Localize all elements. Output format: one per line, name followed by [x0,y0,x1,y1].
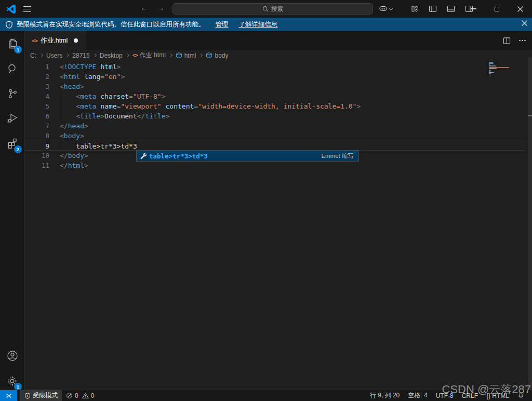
sidebar-item-source-control[interactable] [0,81,24,106]
code-text: <title>Document</title> [60,111,169,121]
code-text: <!DOCTYPE html> [60,62,121,72]
line-number[interactable]: 8 [25,131,49,141]
activity-bar: 1 2 1 [0,31,25,390]
suggest-item-detail: Emmet 缩写 [321,152,354,160]
command-center-search[interactable]: 搜索 [172,3,373,15]
line-number[interactable]: 6 [25,111,49,121]
learn-more-link[interactable]: 了解详细信息 [239,20,278,29]
banner-close-button[interactable] [522,20,527,26]
sidebar-item-search[interactable] [0,56,24,81]
suggest-item-selected[interactable]: table>tr*3>td*3 Emmet 缩写 [137,152,358,160]
navigate-back-button[interactable]: ← [139,3,150,12]
code-text: </html> [60,161,88,170]
more-actions-icon[interactable] [519,40,526,42]
code-line[interactable]: 2<html lang="en"> [25,72,525,82]
breadcrumb-desktop[interactable]: Desktop [100,52,123,59]
error-count: 0 [75,392,78,399]
line-number[interactable]: 1 [25,62,49,72]
editor-scrollbar[interactable] [528,57,532,390]
shield-icon [24,393,31,399]
overview-ruler-cursor-mark [528,115,532,116]
search-icon [6,62,19,75]
editor-tab-bar: <> 作业.html [25,31,532,50]
toggle-panel-icon[interactable] [447,5,455,13]
minimap-line [489,68,497,69]
code-text: <meta charset="UTF-8"> [60,91,166,101]
code-line[interactable]: 11</html> [25,161,525,170]
wrench-icon [139,152,147,159]
line-number[interactable]: 5 [25,101,49,111]
banner-message: 受限模式旨在实现安全地浏览代码。信任此窗口以启用所有功能。 [17,20,205,29]
search-placeholder: 搜索 [271,5,284,14]
code-text: <html lang="en"> [60,72,125,82]
window-maximize-button[interactable] [485,0,509,18]
breadcrumb-symbol-html[interactable]: html [176,52,196,59]
explorer-badge: 1 [14,46,22,54]
account-icon [6,350,19,362]
sidebar-item-run-debug[interactable] [0,106,24,131]
line-number[interactable]: 4 [25,91,49,101]
breadcrumb-users[interactable]: Users [46,52,62,59]
code-line[interactable]: 7</head> [25,121,525,131]
code-line[interactable]: 6 <title>Document</title> [25,111,525,121]
line-number[interactable]: 3 [25,82,49,91]
cursor-position-status[interactable]: 行 9, 列 20 [366,390,403,401]
code-text: <meta name="viewport" content="width=dev… [60,101,361,111]
toggle-primary-sidebar-icon[interactable] [429,5,437,13]
code-line[interactable]: 4 <meta charset="UTF-8"> [25,91,525,101]
breadcrumb-symbol-body[interactable]: body [206,52,228,59]
problems-status[interactable]: 0 0 [62,390,98,401]
line-number[interactable]: 11 [25,161,49,170]
extensions-badge: 2 [14,145,22,153]
csdn-watermark: CSDN @云落287 [442,382,531,397]
window-close-button[interactable] [509,0,532,18]
window-minimize-button[interactable] [462,0,485,18]
customize-layout-icon[interactable] [410,5,419,13]
sidebar-item-explorer[interactable]: 1 [0,31,24,56]
line-number[interactable]: 2 [25,72,49,82]
accounts-button[interactable] [0,343,24,368]
minimap-line [489,63,494,64]
line-number[interactable]: 7 [25,121,49,131]
code-line[interactable]: 3<head> [25,82,525,91]
split-editor-icon[interactable] [503,37,511,45]
minimap-line [489,65,496,66]
restricted-mode-status[interactable]: 受限模式 [20,390,62,401]
copilot-menu-button[interactable] [379,4,392,13]
tab-active-file[interactable]: <> 作业.html [25,31,86,50]
minimap-line [489,72,494,73]
minimap-line [489,70,491,71]
line-number[interactable]: 9 [25,141,49,151]
chevron-right-icon [126,54,129,57]
breadcrumb-drive[interactable]: C: [30,52,36,59]
chevron-right-icon [199,54,203,57]
minimap[interactable] [489,62,520,76]
code-text: <head> [60,82,84,91]
navigate-forward-button[interactable]: → [155,3,166,12]
code-line[interactable]: 1<!DOCTYPE html> [25,62,525,72]
unsaved-dot-icon[interactable] [74,38,78,43]
chevron-right-icon [93,54,97,57]
html-file-icon: <> [132,52,138,58]
indent-status[interactable]: 空格: 4 [404,390,431,401]
line-number[interactable]: 10 [25,151,49,161]
html-file-icon: <> [32,37,37,44]
close-icon [517,6,523,12]
chevron-right-icon [39,54,43,57]
vscode-logo-icon [6,4,16,14]
minimap-line [489,71,490,72]
remote-indicator[interactable] [0,390,17,401]
search-icon [262,6,269,12]
manage-link[interactable]: 管理 [216,20,229,29]
remote-icon [5,392,12,399]
code-editor[interactable]: 1<!DOCTYPE html>2<html lang="en">3<head>… [25,61,532,390]
breadcrumb-file[interactable]: <> 作业.html [132,51,166,60]
sidebar-item-extensions[interactable]: 2 [0,131,24,156]
code-text: </head> [60,121,88,131]
breadcrumb-user[interactable]: 28715 [72,52,89,59]
code-line[interactable]: 5 <meta name="viewport" content="width=d… [25,101,525,111]
menu-hamburger-icon[interactable] [23,6,31,14]
code-line[interactable]: 8<body> [25,131,525,141]
title-bar: ← → 搜索 [0,0,532,18]
code-line[interactable]: 9 table>tr*3>td*3 [25,141,525,151]
